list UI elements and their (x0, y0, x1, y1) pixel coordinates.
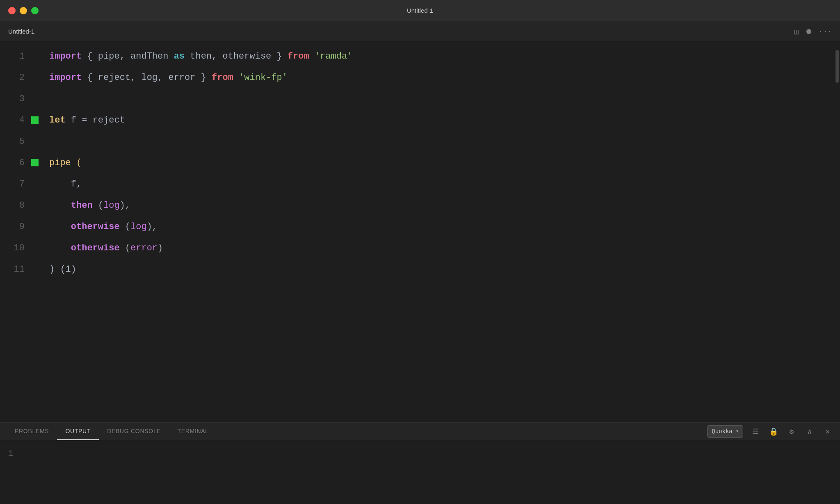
token-paren-9b: ), (147, 216, 158, 238)
close-button[interactable] (8, 7, 16, 14)
editor-content[interactable]: 1 2 3 4 5 6 7 8 9 10 11 import { pipe, a… (0, 42, 840, 422)
split-editor-icon[interactable]: ◫ (794, 27, 799, 36)
window-title: Untitled-1 (407, 7, 433, 14)
output-line-number: 1 (8, 445, 29, 500)
token-plain-7: f, (49, 174, 82, 195)
line-number-1: 1 (0, 46, 25, 67)
gutter (29, 46, 41, 418)
token-as-1: as (174, 46, 185, 67)
token-import-2: import (49, 67, 82, 89)
panel-controls: Quokka ▾ ☰ 🔒 ⚙ ∧ ✕ (707, 425, 833, 438)
line-number-9: 9 (0, 216, 25, 238)
code-area[interactable]: import { pipe, andThen as then, otherwis… (41, 46, 840, 418)
token-plain-11: ) (1) (49, 259, 76, 280)
settings-icon[interactable]: ⚙ (786, 426, 797, 437)
line-number-3: 3 (0, 89, 25, 110)
scrollbar-thumb[interactable] (835, 50, 839, 83)
token-from-2: from (212, 67, 233, 89)
line-number-11: 11 (0, 259, 25, 280)
line-number-6: 6 (0, 152, 25, 174)
token-string-1: 'ramda' (315, 46, 352, 67)
code-line-7: f, (49, 174, 832, 195)
code-line-4: let f = reject (49, 110, 832, 131)
tab-debug-console[interactable]: DEBUG CONSOLE (99, 422, 169, 440)
dot-icon (806, 29, 811, 34)
file-tab[interactable]: Untitled-1 (8, 28, 34, 35)
editor-scrollbar[interactable] (834, 42, 840, 422)
line-number-2: 2 (0, 67, 25, 89)
tab-left: Untitled-1 (8, 28, 34, 35)
maximize-button[interactable] (31, 7, 39, 14)
panel-tab-bar: PROBLEMS OUTPUT DEBUG CONSOLE TERMINAL Q… (0, 422, 840, 440)
token-indent-8 (49, 195, 71, 216)
code-line-9: otherwise ( log ), (49, 216, 832, 238)
line-number-4: 4 (0, 110, 25, 131)
token-paren-10a: ( (120, 238, 130, 259)
breakpoint-indicator-6[interactable] (31, 159, 39, 166)
token-indent-9 (49, 216, 71, 238)
editor-container: 1 2 3 4 5 6 7 8 9 10 11 import { pipe, a… (0, 42, 840, 422)
titlebar: Untitled-1 (0, 0, 840, 21)
token-import-1: import (49, 46, 82, 67)
tab-problems[interactable]: PROBLEMS (7, 422, 57, 440)
lock-icon[interactable]: 🔒 (768, 426, 779, 437)
token-paren-8b: ), (120, 195, 130, 216)
line-number-5: 5 (0, 131, 25, 152)
chevron-down-icon: ▾ (736, 428, 739, 434)
token-indent-10 (49, 238, 71, 259)
code-line-5 (49, 131, 832, 152)
window-controls (8, 7, 39, 14)
tab-output[interactable]: OUTPUT (57, 422, 99, 440)
code-line-2: import { reject, log, error } from 'wink… (49, 67, 832, 89)
token-plain-1b: then, otherwise } (185, 46, 288, 67)
code-line-8: then ( log ), (49, 195, 832, 216)
token-log-9: log (130, 216, 147, 238)
panel-tab-group: PROBLEMS OUTPUT DEBUG CONSOLE TERMINAL (7, 422, 217, 440)
bottom-panel: PROBLEMS OUTPUT DEBUG CONSOLE TERMINAL Q… (0, 422, 840, 504)
list-filter-icon[interactable]: ☰ (750, 426, 761, 437)
token-paren-8a: ( (93, 195, 103, 216)
quokka-dropdown[interactable]: Quokka ▾ (707, 425, 743, 438)
code-line-10: otherwise ( error ) (49, 238, 832, 259)
tab-terminal[interactable]: TERMINAL (169, 422, 217, 440)
token-let-4: let (49, 110, 66, 131)
token-pipe-6: pipe ( (49, 152, 82, 174)
token-paren-9a: ( (120, 216, 130, 238)
token-error-10: error (130, 238, 158, 259)
line-number-10: 10 (0, 238, 25, 259)
code-line-1: import { pipe, andThen as then, otherwis… (49, 46, 832, 67)
token-space-2 (233, 67, 239, 89)
line-number-7: 7 (0, 174, 25, 195)
token-otherwise-9: otherwise (71, 216, 120, 238)
token-then-8: then (71, 195, 93, 216)
line-numbers: 1 2 3 4 5 6 7 8 9 10 11 (0, 46, 29, 418)
panel-content: 1 (0, 440, 840, 504)
token-log-8: log (103, 195, 120, 216)
close-panel-icon[interactable]: ✕ (822, 426, 833, 437)
token-paren-10b: ) (158, 238, 163, 259)
token-string-2: 'wink-fp' (239, 67, 288, 89)
token-plain-1a: { pipe, andThen (82, 46, 173, 67)
code-line-11: ) (1) (49, 259, 832, 280)
tab-bar: Untitled-1 ◫ ··· (0, 21, 840, 42)
chevron-up-icon[interactable]: ∧ (804, 426, 815, 437)
breakpoint-indicator-4[interactable] (31, 116, 39, 124)
code-line-3 (49, 89, 832, 110)
token-space-1 (309, 46, 315, 67)
token-from-1: from (288, 46, 309, 67)
minimize-button[interactable] (20, 7, 27, 14)
more-actions-icon[interactable]: ··· (819, 27, 832, 36)
token-plain-4: f = reject (66, 110, 125, 131)
quokka-label: Quokka (712, 428, 732, 435)
line-number-8: 8 (0, 195, 25, 216)
code-line-6: pipe ( (49, 152, 832, 174)
token-plain-2a: { reject, log, error } (82, 67, 212, 89)
tab-right: ◫ ··· (794, 27, 832, 36)
token-otherwise-10: otherwise (71, 238, 120, 259)
